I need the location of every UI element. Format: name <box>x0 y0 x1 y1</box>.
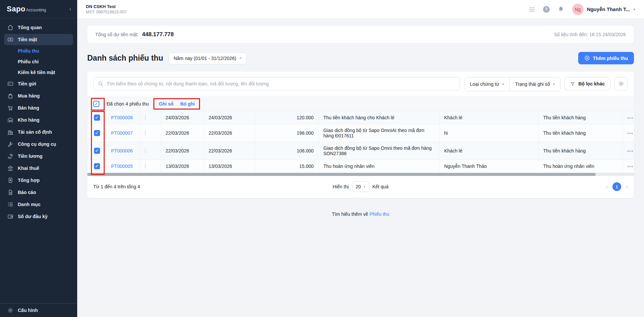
learn-more: Tìm hiểu thêm về Phiếu thu <box>87 211 634 217</box>
sidebar-subitem-phieu-thu[interactable]: Phiếu thu <box>4 46 73 56</box>
sidebar-item-tien-mat[interactable]: Tiền mặt <box>4 34 73 45</box>
annotation-box-actions: Ghi sổ Bỏ ghi <box>153 98 200 110</box>
posting-status-filter[interactable]: Trạng thái ghi sổ ▾ <box>509 77 560 91</box>
row-more-actions-icon[interactable]: ••• <box>627 115 634 121</box>
filter-toolbar: Loại chứng từ ▾ Trạng thái ghi sổ ▾ Bộ l… <box>87 72 634 97</box>
row-more-actions-icon[interactable]: ••• <box>627 130 634 136</box>
doc-date: 22/03/2026 <box>161 142 204 160</box>
search-input[interactable] <box>107 81 455 86</box>
unpost-link[interactable]: Bỏ ghi <box>180 101 195 107</box>
logo-primary: Sapo <box>7 5 26 13</box>
sidebar-item-cong-cu-dung-cu[interactable]: Công cụ dụng cụ <box>4 138 73 150</box>
sidebar-item-mua-hang[interactable]: Mua hàng <box>4 90 73 102</box>
search-box <box>93 77 460 90</box>
sidebar-subitem-phieu-chi[interactable]: Phiếu chi <box>4 57 73 67</box>
sidebar-item-khai-thue[interactable]: Khai thuế <box>4 163 73 174</box>
receipt-code-link[interactable]: PT000006 <box>111 148 133 153</box>
amount: 198.000 <box>255 124 318 142</box>
sidebar-item-danh-muc[interactable]: Danh mục <box>4 199 73 210</box>
doc-date: 13/03/2026 <box>161 160 204 173</box>
post-to-ledger-link[interactable]: Ghi sổ <box>159 101 174 107</box>
doc-type-filter[interactable]: Loại chứng từ ▾ <box>464 77 509 91</box>
description: Giao dịch đồng bộ từ Sapo Omni theo mã đ… <box>318 142 439 160</box>
period-dropdown[interactable]: Năm nay (01/01 - 31/12/2026) ▾ <box>168 52 246 64</box>
user-name: Nguyễn Thanh T... <box>587 6 630 12</box>
unposted-status-icon <box>145 163 146 169</box>
unposted-status-icon <box>145 130 146 136</box>
receipt-type: Thu tiền khách hàng <box>538 142 622 160</box>
page-size-value: 20 <box>356 184 361 189</box>
sidebar-item-label: Bán hàng <box>18 105 39 111</box>
horizontal-scrollbar-thumb[interactable] <box>87 173 596 176</box>
title-row: Danh sách phiếu thu Năm nay (01/01 - 31/… <box>87 52 634 64</box>
sidebar-item-kho-hang[interactable]: Kho hàng <box>4 114 73 126</box>
select-all-checkbox[interactable]: ✓ <box>93 101 99 107</box>
row-checkbox[interactable]: ✓ <box>94 115 100 121</box>
balance-value: 448.177.778 <box>142 31 174 38</box>
report-icon <box>7 189 13 195</box>
current-page-button[interactable]: 1 <box>612 182 621 191</box>
amount: 120.000 <box>255 111 318 124</box>
sidebar-item-tien-gui[interactable]: Tiền gửi <box>4 78 73 89</box>
main-area: DN CSKH Test MST: 0987519815-007 ? Ng Ng… <box>77 0 644 317</box>
sidebar-item-label: Mua hàng <box>18 93 40 99</box>
ledger-icon <box>7 177 13 183</box>
sidebar-item-bao-cao[interactable]: Báo cáo <box>4 187 73 198</box>
topbar: DN CSKH Test MST: 0987519815-007 ? Ng Ng… <box>77 0 644 18</box>
avatar: Ng <box>572 4 584 15</box>
results-label: Kết quả <box>372 184 388 189</box>
pagination-bar: Từ 1 đến 4 trên tổng 4 Hiển thị 20 ▾ Kết… <box>87 176 634 198</box>
table-row: ✓ PT000006 22/03/2026 22/03/2026 108.000… <box>87 142 634 160</box>
sidebar: Sapo Accounting ‹ Tổng quan Tiền mặt Phi… <box>0 0 77 317</box>
sidebar-item-tai-san-co-dinh[interactable]: Tài sản cố định <box>4 126 73 138</box>
unposted-status-icon <box>145 115 146 121</box>
post-date: 22/03/2026 <box>204 124 255 142</box>
post-date: 22/03/2026 <box>204 142 255 160</box>
post-date: 13/03/2026 <box>204 160 255 173</box>
prev-page-icon[interactable]: ‹ <box>606 184 608 190</box>
sidebar-subitem-kiem-ke-tien-mat[interactable]: Kiểm kê tiền mặt <box>4 67 73 77</box>
row-more-actions-icon[interactable]: ••• <box>627 164 634 169</box>
tool-icon <box>7 141 13 147</box>
hand-coins-icon <box>7 153 13 159</box>
receipt-code-link[interactable]: PT000008 <box>111 115 133 120</box>
row-more-actions-icon[interactable]: ••• <box>627 148 634 154</box>
wallet-icon <box>7 213 13 219</box>
table-row: ✓ PT000005 13/03/2026 13/03/2026 15.000 … <box>87 160 634 173</box>
sidebar-item-ban-hang[interactable]: Bán hàng <box>4 102 73 114</box>
sidebar-item-label: Tiền mặt <box>18 37 37 42</box>
sidebar-item-tong-quan[interactable]: Tổng quan <box>4 22 73 33</box>
user-menu[interactable]: Ng Nguyễn Thanh T... ▾ <box>572 4 635 15</box>
receipt-code-link[interactable]: PT000007 <box>111 130 133 136</box>
add-receipt-label: Thêm phiếu thu <box>593 56 628 61</box>
selection-bar: ✓ Đã chọn 4 phiếu thu Ghi sổ Bỏ ghi <box>87 97 634 111</box>
page-size-dropdown[interactable]: 20 ▾ <box>352 181 369 192</box>
object-name: Nguyễn Thanh Thảo <box>439 160 538 173</box>
help-icon[interactable]: ? <box>543 6 550 13</box>
sidebar-item-so-du-dau-ky[interactable]: Số dư đầu kỳ <box>4 211 73 222</box>
row-checkbox[interactable]: ✓ <box>94 130 100 136</box>
sidebar-item-label: Tài sản cố định <box>18 129 52 135</box>
apps-grid-icon[interactable] <box>529 6 535 12</box>
sidebar-item-cau-hinh[interactable]: Cấu hình <box>0 303 77 317</box>
description: Thu hoàn ứng nhân viên <box>318 160 439 173</box>
selection-count-text: Đã chọn 4 phiếu thu <box>107 101 149 107</box>
more-filters-button[interactable]: Bộ lọc khác <box>564 77 610 90</box>
sidebar-collapse-icon[interactable]: ‹ <box>69 6 71 12</box>
notification-bell-icon[interactable] <box>558 6 564 12</box>
post-date: 24/03/2026 <box>204 111 255 124</box>
row-checkbox[interactable]: ✓ <box>94 148 100 154</box>
posting-status-label: Trạng thái ghi sổ <box>515 81 550 87</box>
learn-more-link[interactable]: Phiếu thu <box>369 211 389 217</box>
sidebar-item-tien-luong[interactable]: Tiền lương <box>4 150 73 162</box>
receipts-table: ✓ PT000008 24/03/2026 24/03/2026 120.000… <box>87 111 634 173</box>
column-settings-button[interactable] <box>614 77 628 90</box>
sidebar-item-tong-hop[interactable]: Tổng hợp <box>4 175 73 186</box>
add-receipt-button[interactable]: Thêm phiếu thu <box>578 52 634 64</box>
sidebar-item-label: Tiền lương <box>18 153 43 159</box>
sidebar-subitem-label: Phiếu chi <box>18 59 39 64</box>
bank-icon <box>7 165 13 171</box>
row-checkbox[interactable]: ✓ <box>94 163 100 169</box>
next-page-icon[interactable]: › <box>626 184 628 190</box>
receipt-code-link[interactable]: PT000005 <box>111 164 133 169</box>
